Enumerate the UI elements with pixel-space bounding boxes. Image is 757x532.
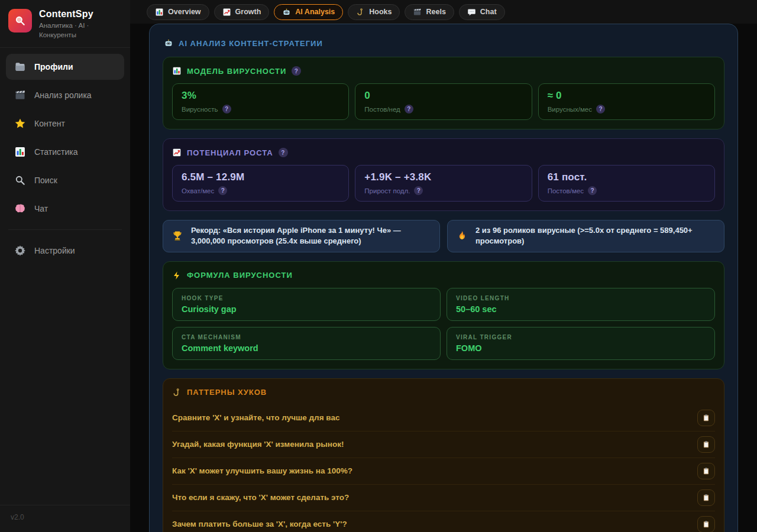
copy-button[interactable] [697, 489, 715, 506]
help-badge[interactable]: ? [405, 105, 413, 113]
sidebar-item-video-analysis[interactable]: Анализ ролика [6, 82, 124, 108]
help-badge[interactable]: ? [279, 148, 288, 157]
section-title-text: МОДЕЛЬ ВИРУСНОСТИ [187, 67, 286, 76]
hook-icon [172, 388, 182, 397]
copy-button[interactable] [697, 463, 715, 479]
sidebar: ContentSpy Аналитика · AI · Конкуренты П… [0, 0, 130, 532]
app-subtitle: Аналитика · AI · Конкуренты [39, 21, 116, 40]
virality-model-title: МОДЕЛЬ ВИРУСНОСТИ ? [172, 66, 715, 76]
help-badge[interactable]: ? [588, 186, 597, 195]
sidebar-item-label: Поиск [34, 176, 57, 185]
clipboard-icon [702, 467, 710, 475]
clipboard-icon [702, 494, 710, 502]
metric-label: Прирост подл. [364, 187, 410, 194]
topbar: Overview Growth AI Analysis Hooks [130, 0, 757, 24]
virality-model-section: МОДЕЛЬ ВИРУСНОСТИ ? 3% Вирусность ? 0 По… [163, 57, 724, 129]
growth-potential-section: ПОТЕНЦИАЛ РОСТА ? 6.5M – 12.9M Охват/мес… [163, 138, 724, 211]
info-banners: Рекорд: «Вся история Apple iPhone за 1 м… [163, 220, 724, 252]
hook-pattern-text: Как 'X' может улучшить вашу жизнь на 100… [172, 466, 352, 475]
chat-icon [467, 8, 476, 17]
record-banner: Рекорд: «Вся история Apple iPhone за 1 м… [163, 220, 440, 252]
version-label: v2.0 [11, 513, 24, 521]
tab-ai-analysis[interactable]: AI Analysis [274, 4, 343, 20]
clipboard-icon [702, 520, 710, 528]
hook-pattern-text: Зачем платить больше за 'X', когда есть … [172, 520, 347, 528]
page-title-text: AI АНАЛИЗ КОНТЕНТ-СТРАТЕГИИ [179, 39, 323, 48]
hook-pattern-row: Угадай, какая функция 'X' изменила рынок… [172, 432, 715, 458]
main-panel: AI АНАЛИЗ КОНТЕНТ-СТРАТЕГИИ МОДЕЛЬ ВИРУС… [149, 24, 738, 532]
sidebar-item-profiles[interactable]: Профили [6, 54, 124, 80]
metric-card-posts-per-week: 0 Постов/нед ? [355, 83, 532, 120]
bolt-icon [172, 271, 182, 280]
tab-overview[interactable]: Overview [147, 4, 209, 20]
section-title-text: ПАТТЕРНЫ ХУКОВ [187, 388, 267, 397]
tab-hooks[interactable]: Hooks [348, 4, 400, 20]
clapperboard-icon [413, 8, 422, 17]
bar-chart-icon [155, 8, 164, 17]
formula-value: FOMO [456, 343, 706, 353]
metric-card-virality: 3% Вирусность ? [172, 83, 349, 120]
metric-value: 6.5M – 12.9M [182, 171, 339, 183]
copy-button[interactable] [697, 436, 715, 453]
help-badge[interactable]: ? [222, 105, 231, 113]
trend-up-icon [222, 8, 231, 17]
hook-pattern-text: Сравните 'X' и узнайте, что лучше для ва… [172, 413, 339, 422]
formula-card-viral-trigger: VIRAL TRIGGER FOMO [447, 327, 715, 360]
metric-label: Постов/мес [548, 187, 584, 194]
sidebar-item-search[interactable]: Поиск [6, 167, 124, 193]
metric-card-virals-per-month: ≈ 0 Вирусных/мес ? [538, 83, 715, 120]
copy-button[interactable] [697, 410, 715, 426]
sidebar-footer: v2.0 [0, 505, 130, 532]
growth-potential-title: ПОТЕНЦИАЛ РОСТА ? [172, 148, 715, 157]
formula-label: CTA MECHANISM [182, 334, 431, 340]
sidebar-item-content[interactable]: Контент [6, 111, 124, 137]
metric-value: ≈ 0 [548, 90, 706, 102]
help-badge[interactable]: ? [596, 105, 605, 113]
sidebar-item-label: Контент [34, 119, 65, 128]
metric-label: Постов/нед [364, 106, 400, 113]
section-title-text: ПОТЕНЦИАЛ РОСТА [187, 148, 273, 157]
tab-reels[interactable]: Reels [405, 4, 454, 20]
trend-up-icon [172, 148, 182, 157]
sidebar-divider [8, 229, 122, 230]
tab-label: Hooks [369, 8, 392, 16]
metric-value: 0 [364, 90, 522, 102]
formula-value: Curiosity gap [182, 304, 431, 314]
tab-label: AI Analysis [295, 8, 335, 16]
search-icon [14, 174, 26, 186]
magnifier-icon [14, 15, 26, 27]
help-badge[interactable]: ? [292, 66, 301, 76]
formula-label: HOOK TYPE [182, 295, 431, 301]
sidebar-item-label: Статистика [34, 147, 78, 157]
sidebar-item-label: Профили [34, 62, 73, 72]
hook-pattern-row: Как 'X' может улучшить вашу жизнь на 100… [172, 458, 715, 485]
star-icon [14, 118, 26, 129]
sidebar-item-label: Настройки [34, 246, 75, 255]
help-badge[interactable]: ? [218, 186, 227, 195]
copy-button[interactable] [697, 516, 715, 532]
tab-chat[interactable]: Chat [459, 4, 505, 20]
sidebar-item-settings[interactable]: Настройки [6, 238, 124, 264]
sidebar-item-statistics[interactable]: Статистика [6, 139, 124, 165]
help-badge[interactable]: ? [414, 186, 423, 195]
robot-icon [282, 8, 291, 17]
tab-growth[interactable]: Growth [214, 4, 270, 20]
sidebar-item-label: Анализ ролика [34, 90, 92, 100]
page-title: AI АНАЛИЗ КОНТЕНТ-СТРАТЕГИИ [164, 38, 724, 48]
metric-value: +1.9K – +3.8K [364, 171, 522, 183]
formula-card-video-length: VIDEO LENGTH 50–60 sec [447, 288, 715, 321]
robot-icon [164, 38, 173, 48]
trophy-icon [172, 230, 183, 242]
bar-chart-icon [14, 146, 26, 158]
hook-patterns-section: ПАТТЕРНЫ ХУКОВ Сравните 'X' и узнайте, ч… [163, 378, 724, 532]
sidebar-item-chat[interactable]: Чат [6, 196, 124, 222]
app-logo [8, 9, 32, 33]
virality-formula-section: ФОРМУЛА ВИРУСНОСТИ HOOK TYPE Curiosity g… [163, 261, 724, 369]
virality-formula-title: ФОРМУЛА ВИРУСНОСТИ [172, 271, 715, 280]
clipboard-icon [702, 414, 710, 422]
gear-icon [14, 245, 26, 257]
metric-card-reach: 6.5M – 12.9M Охват/мес ? [172, 165, 349, 202]
tab-label: Growth [235, 8, 261, 16]
formula-value: 50–60 sec [456, 304, 706, 314]
hook-pattern-row: Сравните 'X' и узнайте, что лучше для ва… [172, 405, 715, 432]
